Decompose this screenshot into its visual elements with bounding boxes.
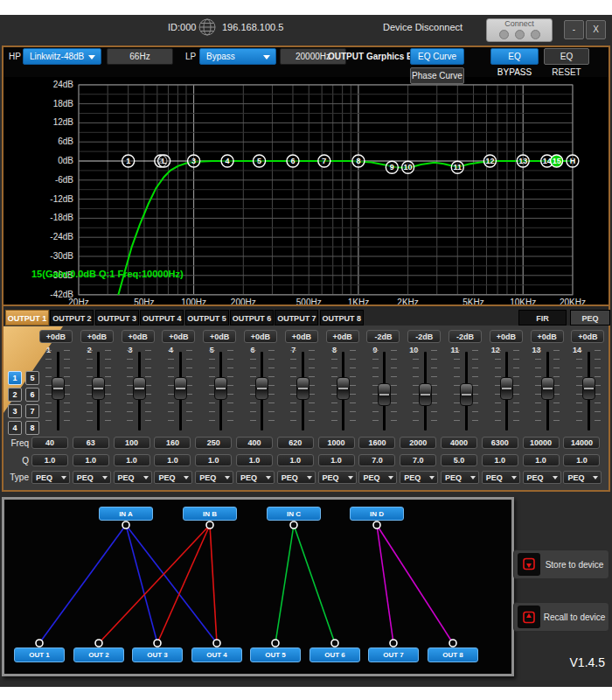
band-4-fader-knob[interactable]	[174, 377, 187, 400]
eq-band-handle-7[interactable]: 7	[318, 155, 330, 167]
input-node-in-a[interactable]: IN A	[99, 507, 153, 521]
band-3-freq-field[interactable]: 100	[114, 437, 150, 449]
band-6-freq-field[interactable]: 400	[236, 437, 273, 449]
band-6-q-field[interactable]: 1.0	[236, 454, 273, 466]
eq-curve-button[interactable]: EQ Curve	[410, 48, 464, 65]
band-3-type-dropdown[interactable]: PEQ	[114, 471, 152, 484]
input-connector-3[interactable]	[290, 522, 297, 528]
channel-select-2[interactable]: 2	[8, 388, 22, 402]
output-node-out-8[interactable]: OUT 8	[428, 648, 478, 662]
eq-band-handle-11[interactable]: 11	[451, 161, 463, 173]
eq-band-handle-L[interactable]: L	[158, 155, 170, 167]
band-3-gain-button[interactable]: +0dB	[122, 330, 155, 343]
eq-band-handle-4[interactable]: 4	[221, 155, 233, 167]
band-2-type-dropdown[interactable]: PEQ	[73, 471, 111, 484]
close-button[interactable]: X	[586, 20, 606, 39]
input-connector-2[interactable]	[206, 522, 213, 528]
band-2-freq-field[interactable]: 63	[73, 437, 109, 449]
tab-output-2[interactable]: OUTPUT 2	[50, 310, 94, 326]
tab-output-5[interactable]: OUTPUT 5	[185, 310, 229, 326]
connect-button[interactable]: Connect	[486, 18, 553, 42]
input-connector-4[interactable]	[373, 522, 380, 528]
channel-select-5[interactable]: 5	[25, 371, 39, 385]
output-connector-8[interactable]	[449, 640, 456, 647]
band-5-type-dropdown[interactable]: PEQ	[195, 471, 233, 484]
tab-peq[interactable]: PEQ	[570, 310, 610, 326]
band-11-gain-button[interactable]: -2dB	[449, 330, 482, 343]
band-9-freq-field[interactable]: 1600	[358, 437, 395, 449]
band-9-fader-knob[interactable]	[378, 383, 391, 406]
input-node-in-b[interactable]: IN B	[183, 507, 237, 521]
eq-band-handle-1[interactable]: 1	[122, 155, 135, 167]
channel-select-3[interactable]: 3	[8, 404, 22, 418]
band-12-q-field[interactable]: 1.0	[482, 454, 518, 466]
band-13-freq-field[interactable]: 10000	[523, 437, 560, 449]
hp-freq-field[interactable]: 66Hz	[107, 48, 173, 65]
output-connector-2[interactable]	[95, 640, 102, 647]
band-5-q-field[interactable]: 1.0	[195, 454, 232, 466]
input-node-in-d[interactable]: IN D	[350, 507, 404, 521]
output-node-out-5[interactable]: OUT 5	[250, 648, 301, 662]
output-node-out-4[interactable]: OUT 4	[191, 648, 242, 662]
channel-select-7[interactable]: 7	[25, 404, 39, 418]
band-2-q-field[interactable]: 1.0	[73, 454, 109, 466]
lp-type-dropdown[interactable]: Bypass	[199, 48, 276, 65]
channel-select-1[interactable]: 1	[8, 371, 22, 385]
band-1-freq-field[interactable]: 40	[31, 437, 68, 449]
band-14-q-field[interactable]: 1.0	[563, 454, 600, 466]
band-12-gain-button[interactable]: +0dB	[490, 330, 523, 343]
band-9-gain-button[interactable]: -2dB	[366, 330, 400, 343]
band-11-fader-knob[interactable]	[460, 383, 473, 406]
eq-band-handle-13[interactable]: 13	[517, 155, 529, 167]
eq-band-handle-H[interactable]: H	[567, 155, 579, 167]
band-7-q-field[interactable]: 1.0	[277, 454, 314, 466]
band-12-type-dropdown[interactable]: PEQ	[482, 471, 520, 484]
band-4-freq-field[interactable]: 160	[154, 437, 191, 449]
eq-band-handle-5[interactable]: 5	[254, 155, 266, 167]
output-connector-3[interactable]	[154, 640, 161, 647]
input-connector-1[interactable]	[122, 522, 129, 528]
band-6-gain-button[interactable]: +0dB	[244, 330, 277, 343]
output-node-out-3[interactable]: OUT 3	[132, 648, 183, 662]
phase-curve-button[interactable]: Phase Curve	[410, 67, 464, 84]
recall-to-device-button[interactable]: Recall to device	[513, 602, 609, 632]
tab-output-6[interactable]: OUTPUT 6	[230, 310, 274, 326]
band-6-type-dropdown[interactable]: PEQ	[236, 471, 275, 484]
band-4-gain-button[interactable]: +0dB	[162, 330, 195, 343]
eq-band-handle-8[interactable]: 8	[352, 155, 365, 167]
output-node-out-1[interactable]: OUT 1	[14, 648, 65, 662]
input-node-in-c[interactable]: IN C	[267, 507, 321, 521]
band-7-gain-button[interactable]: +0dB	[285, 330, 318, 343]
band-1-q-field[interactable]: 1.0	[31, 454, 68, 466]
band-14-type-dropdown[interactable]: PEQ	[563, 471, 602, 484]
band-9-type-dropdown[interactable]: PEQ	[358, 471, 397, 484]
eq-reset-button[interactable]: EQ RESET	[544, 48, 589, 65]
band-8-gain-button[interactable]: +0dB	[326, 330, 359, 343]
band-12-fader-knob[interactable]	[500, 377, 513, 400]
hp-type-dropdown[interactable]: Linkwitz-48dB	[23, 48, 101, 65]
eq-graph[interactable]: 24dB18dB12dB6dB0dB-6dB-12dB-18dB-24dB-30…	[3, 77, 609, 304]
band-8-freq-field[interactable]: 1000	[318, 437, 355, 449]
output-connector-6[interactable]	[331, 640, 338, 647]
eq-band-handle-9[interactable]: 9	[386, 161, 398, 173]
band-10-gain-button[interactable]: -2dB	[407, 330, 441, 343]
tab-output-8[interactable]: OUTPUT 8	[320, 310, 364, 326]
band-7-freq-field[interactable]: 620	[277, 437, 314, 449]
band-10-q-field[interactable]: 7.0	[400, 454, 436, 466]
band-7-fader-knob[interactable]	[296, 377, 309, 400]
output-node-out-7[interactable]: OUT 7	[368, 648, 419, 662]
band-11-freq-field[interactable]: 4000	[441, 437, 477, 449]
band-10-fader-knob[interactable]	[419, 383, 432, 406]
band-13-gain-button[interactable]: +0dB	[531, 330, 564, 343]
band-5-gain-button[interactable]: +0dB	[203, 330, 236, 343]
band-13-q-field[interactable]: 1.0	[523, 454, 560, 466]
output-connector-5[interactable]	[272, 640, 279, 647]
band-8-type-dropdown[interactable]: PEQ	[318, 471, 357, 484]
band-2-fader-knob[interactable]	[92, 377, 105, 400]
band-8-fader-knob[interactable]	[337, 377, 350, 400]
store-to-device-button[interactable]: Store to device	[513, 550, 609, 579]
tab-output-7[interactable]: OUTPUT 7	[275, 310, 318, 326]
band-4-type-dropdown[interactable]: PEQ	[154, 471, 192, 484]
band-14-fader-knob[interactable]	[582, 377, 595, 400]
band-1-type-dropdown[interactable]: PEQ	[31, 471, 70, 484]
